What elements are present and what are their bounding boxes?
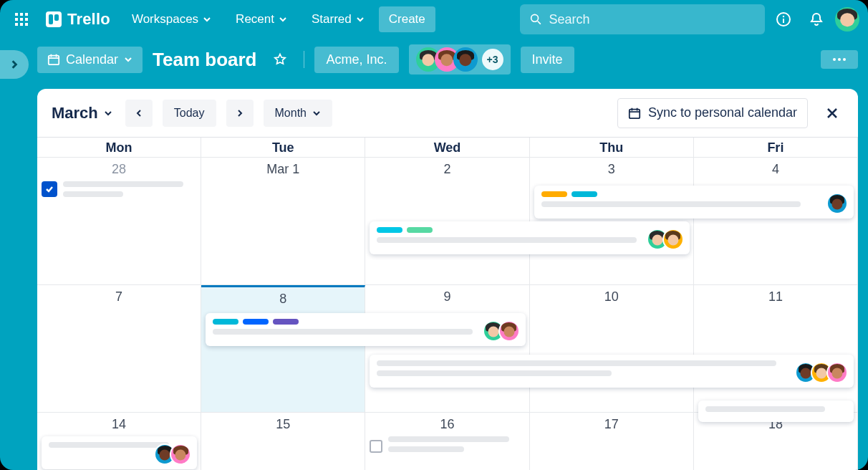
card-member-avatar[interactable] xyxy=(170,443,191,465)
search-box[interactable] xyxy=(520,4,765,34)
svg-rect-21 xyxy=(630,109,640,118)
chevron-down-icon xyxy=(279,15,287,24)
svg-rect-13 xyxy=(783,19,784,23)
month-label: March xyxy=(52,104,98,123)
calendar-card[interactable] xyxy=(698,401,854,422)
invite-button[interactable]: Invite xyxy=(521,47,574,73)
card-member-avatar[interactable] xyxy=(662,229,684,250)
svg-rect-8 xyxy=(25,23,28,26)
svg-rect-4 xyxy=(20,18,23,21)
day-header: Tue xyxy=(201,138,365,158)
card-label xyxy=(377,227,402,233)
search-input[interactable] xyxy=(549,12,755,27)
svg-point-12 xyxy=(783,16,784,17)
svg-rect-2 xyxy=(25,13,28,16)
completed-checkbox[interactable] xyxy=(42,181,57,197)
invite-label: Invite xyxy=(532,52,563,67)
calendar-card[interactable] xyxy=(206,313,525,346)
day-header: Fri xyxy=(694,138,858,158)
calendar-icon xyxy=(47,53,60,66)
notifications-button[interactable] xyxy=(802,5,831,34)
day-header: Wed xyxy=(365,138,529,158)
calendar-card[interactable] xyxy=(42,436,197,469)
svg-rect-3 xyxy=(15,18,18,21)
calendar-icon xyxy=(628,107,641,120)
close-icon xyxy=(825,106,839,120)
nav-create-label: Create xyxy=(389,12,425,27)
card-label xyxy=(213,319,238,325)
card-label xyxy=(243,319,269,325)
card-label xyxy=(407,227,433,233)
calendar-card[interactable] xyxy=(42,181,197,201)
star-icon xyxy=(273,52,287,67)
view-switcher-label: Calendar xyxy=(66,52,118,67)
checkbox-icon[interactable] xyxy=(370,440,382,453)
member-avatar[interactable] xyxy=(453,47,478,72)
next-period[interactable] xyxy=(226,100,254,127)
chevron-down-icon xyxy=(104,109,112,118)
sync-button[interactable]: Sync to personal calendar xyxy=(617,98,808,128)
ellipsis-icon xyxy=(832,57,847,62)
month-picker[interactable]: March xyxy=(49,101,115,125)
logo-text: Trello xyxy=(67,10,110,29)
members-overflow[interactable]: +3 xyxy=(482,49,503,70)
nav-create[interactable]: Create xyxy=(379,6,435,32)
svg-line-10 xyxy=(538,21,541,24)
user-avatar[interactable] xyxy=(835,7,859,32)
nav-starred-label: Starred xyxy=(312,12,352,27)
trello-logo[interactable]: Trello xyxy=(39,7,117,32)
day-header: Thu xyxy=(530,138,694,158)
svg-rect-6 xyxy=(15,23,18,26)
svg-point-18 xyxy=(833,58,836,61)
card-member-avatar[interactable] xyxy=(826,193,848,214)
card-label xyxy=(273,319,299,325)
info-icon xyxy=(776,11,791,27)
calendar-card[interactable] xyxy=(370,355,854,388)
svg-rect-7 xyxy=(20,23,23,26)
chevron-left-icon xyxy=(135,109,143,118)
star-board[interactable] xyxy=(266,46,294,73)
board-title[interactable]: Team board xyxy=(153,49,256,71)
today-button[interactable]: Today xyxy=(163,100,216,127)
range-picker[interactable]: Month xyxy=(264,100,332,127)
card-member-avatar[interactable] xyxy=(498,320,520,342)
search-icon xyxy=(530,13,541,26)
divider xyxy=(304,51,304,68)
trello-glyph-icon xyxy=(46,11,62,27)
chevron-down-icon xyxy=(356,15,365,24)
nav-workspaces-label: Workspaces xyxy=(132,12,198,27)
chevron-down-icon xyxy=(124,55,132,64)
sidebar-collapse[interactable] xyxy=(0,50,29,79)
prev-period[interactable] xyxy=(125,100,153,127)
chevron-down-icon xyxy=(203,15,211,24)
board-members[interactable]: +3 xyxy=(409,44,511,75)
info-button[interactable] xyxy=(769,5,798,34)
svg-rect-1 xyxy=(20,13,23,16)
today-label: Today xyxy=(174,107,205,120)
org-link[interactable]: Acme, Inc. xyxy=(314,47,398,73)
card-member-avatar[interactable] xyxy=(826,362,848,383)
nav-starred[interactable]: Starred xyxy=(302,6,375,32)
calendar-card[interactable] xyxy=(370,221,689,254)
app-switcher[interactable] xyxy=(9,6,34,32)
nav-recent[interactable]: Recent xyxy=(226,6,297,32)
view-switcher[interactable]: Calendar xyxy=(37,47,143,73)
range-label: Month xyxy=(275,107,307,120)
sync-label: Sync to personal calendar xyxy=(648,105,797,120)
chevron-down-icon xyxy=(312,109,321,118)
svg-rect-5 xyxy=(25,18,28,21)
nav-recent-label: Recent xyxy=(236,12,274,27)
svg-point-20 xyxy=(843,58,846,61)
svg-rect-0 xyxy=(15,13,18,16)
nav-workspaces[interactable]: Workspaces xyxy=(122,6,221,32)
board-menu[interactable] xyxy=(821,50,858,69)
svg-point-9 xyxy=(531,14,539,21)
calendar-card[interactable] xyxy=(370,436,525,456)
org-name: Acme, Inc. xyxy=(326,52,387,67)
card-label xyxy=(572,191,597,197)
close-calendar[interactable] xyxy=(818,99,847,128)
svg-rect-14 xyxy=(49,56,59,65)
day-header: Mon xyxy=(37,138,201,158)
calendar-card[interactable] xyxy=(534,186,854,219)
chevron-right-icon xyxy=(236,109,244,118)
